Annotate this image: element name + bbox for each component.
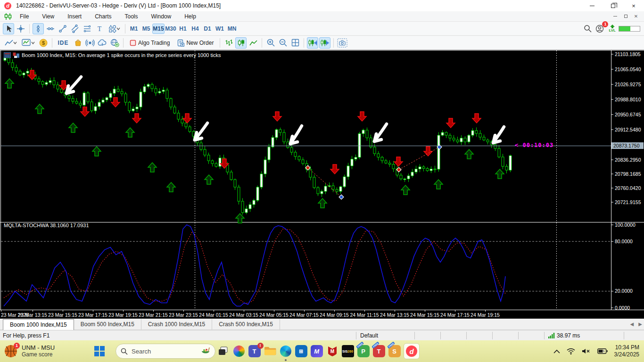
chart-tab-0[interactable]: Boom 1000 Index,M15 [3, 319, 74, 330]
chart-tab-1[interactable]: Boom 500 Index,M15 [74, 319, 141, 329]
close-button[interactable]: × [623, 0, 644, 11]
bar-chart-mode-button[interactable] [223, 37, 234, 49]
indicators-dropdown[interactable] [20, 37, 37, 49]
auto-scroll-button[interactable] [307, 37, 318, 49]
candle-body [23, 73, 25, 75]
timeframe-d1[interactable]: D1 [201, 24, 214, 34]
battery-charging-icon[interactable] [597, 348, 608, 354]
child-close-button[interactable]: ✕ [631, 13, 641, 20]
wps-writer-icon[interactable]: PFREE [355, 340, 371, 362]
wifi-icon[interactable] [567, 348, 575, 354]
chart-type-dropdown[interactable] [3, 37, 19, 49]
price-chart-canvas[interactable]: 21103.180521065.054021026.927520988.8010… [0, 50, 644, 319]
minimize-button[interactable] [582, 0, 603, 11]
zoom-in-button[interactable] [265, 37, 276, 49]
m-app-icon[interactable]: M [309, 340, 324, 362]
menu-charts[interactable]: Charts [88, 13, 118, 20]
algo-trading-button[interactable]: Algo Trading [126, 37, 173, 49]
timeframe-w1[interactable]: W1 [214, 24, 226, 34]
candle-body [419, 167, 421, 169]
new-order-button[interactable]: New Order [174, 37, 217, 49]
line-chart-mode-button[interactable] [248, 37, 259, 49]
status-latency[interactable]: 38.97 ms [544, 332, 624, 339]
chart-area[interactable]: 21103.180521065.054021026.927520988.8010… [0, 50, 644, 319]
task-view-button[interactable] [215, 340, 231, 362]
menu-file[interactable]: File [13, 13, 35, 20]
cloud-button[interactable] [97, 37, 108, 49]
ide-button[interactable]: IDE [55, 37, 71, 49]
signals-button[interactable] [84, 37, 96, 49]
one-click-trading-icon[interactable] [4, 52, 11, 58]
volume-muted-icon[interactable] [582, 348, 591, 354]
horizontal-line-tool-button[interactable] [45, 23, 56, 34]
deriv-app-icon[interactable]: d [402, 340, 421, 362]
menu-help[interactable]: Help [178, 13, 203, 20]
taskbar-widget[interactable]: 1 UNM - MSU Game score [4, 344, 55, 358]
candlestick-mode-button[interactable] [235, 37, 247, 49]
channel-tool-button[interactable] [69, 23, 81, 34]
candle-body [287, 142, 289, 148]
market-button[interactable] [72, 37, 83, 49]
cursor-tool-button[interactable] [3, 23, 14, 34]
timeframe-h1[interactable]: H1 [177, 24, 189, 34]
candle-body [268, 147, 270, 160]
candle-body [204, 149, 206, 155]
chart-shift-button[interactable] [319, 37, 330, 49]
timeframe-mn[interactable]: MN [226, 24, 238, 34]
trendline-tool-button[interactable] [57, 23, 68, 34]
candle-body [87, 93, 89, 102]
wps-pdf-icon[interactable]: TFREE [371, 340, 387, 362]
crosshair-tool-button[interactable] [15, 23, 26, 34]
menu-view[interactable]: View [35, 13, 61, 20]
vertical-line-tool-button[interactable] [33, 23, 44, 34]
indicator-axis-label: 20.0000 [615, 288, 633, 294]
child-restore-button[interactable] [620, 13, 631, 20]
start-button[interactable] [91, 340, 107, 362]
teams-icon[interactable]: T ! [247, 340, 262, 362]
text-tool-button[interactable]: T [94, 23, 105, 34]
search-icon[interactable] [582, 23, 593, 34]
candle-body [392, 165, 395, 169]
fibonacci-tool-button[interactable] [82, 23, 93, 34]
screenshot-button[interactable] [337, 37, 348, 49]
chart-tab-3[interactable]: Crash 500 Index,M15 [212, 319, 280, 329]
file-explorer-icon[interactable] [262, 340, 278, 362]
tray-chevron-icon[interactable] [553, 349, 560, 354]
tile-windows-button[interactable] [289, 37, 301, 49]
chart-tab-2[interactable]: Crash 1000 Index,M15 [141, 319, 212, 329]
timeframe-m1[interactable]: M1 [128, 24, 140, 34]
menu-insert[interactable]: Insert [61, 13, 88, 20]
tab-scroll-right-icon[interactable]: ▶ [638, 321, 642, 327]
sell-signal-arrow [273, 112, 281, 121]
sis260-icon[interactable]: SIS260 [340, 340, 355, 362]
shapes-tool-button[interactable] [106, 23, 122, 34]
mcafee-icon[interactable]: M [324, 340, 340, 362]
timeframe-m15[interactable]: M15 [152, 24, 165, 34]
account-notifications-icon[interactable]: 1 [594, 23, 605, 34]
timeframe-m30[interactable]: M30 [165, 24, 177, 34]
depth-of-market-icon[interactable] [13, 52, 20, 58]
edge-icon[interactable] [278, 340, 293, 362]
vps-button[interactable] [109, 37, 120, 49]
timeframe-m5[interactable]: M5 [140, 24, 152, 34]
tab-scroll-left-icon[interactable]: ◀ [630, 321, 634, 327]
sell-signal-arrow [358, 112, 366, 121]
candle-body [324, 186, 327, 191]
timeframe-h4[interactable]: H4 [189, 24, 201, 34]
candle-body [57, 85, 59, 89]
candle-body [336, 189, 338, 191]
menu-tools[interactable]: Tools [118, 13, 145, 20]
symbols-button[interactable]: $ [38, 37, 49, 49]
taskbar-clock[interactable]: 10:34 PM 3/24/2025 [614, 344, 639, 358]
child-minimize-button[interactable] [610, 13, 620, 20]
copilot-icon[interactable] [231, 340, 247, 362]
microsoft-store-icon[interactable]: ⊞ [293, 340, 309, 362]
status-profile[interactable]: Default [356, 332, 414, 339]
zoom-out-button[interactable] [277, 37, 289, 49]
wps-sheets-icon[interactable]: SFREE [387, 340, 402, 362]
menu-window[interactable]: Window [145, 13, 178, 20]
maximize-button[interactable] [603, 0, 623, 11]
time-axis-label: 24 Mar 19:15 [471, 312, 500, 318]
level-indicator[interactable]: LVL [609, 25, 616, 33]
taskbar-search-input[interactable]: Search [116, 344, 215, 359]
